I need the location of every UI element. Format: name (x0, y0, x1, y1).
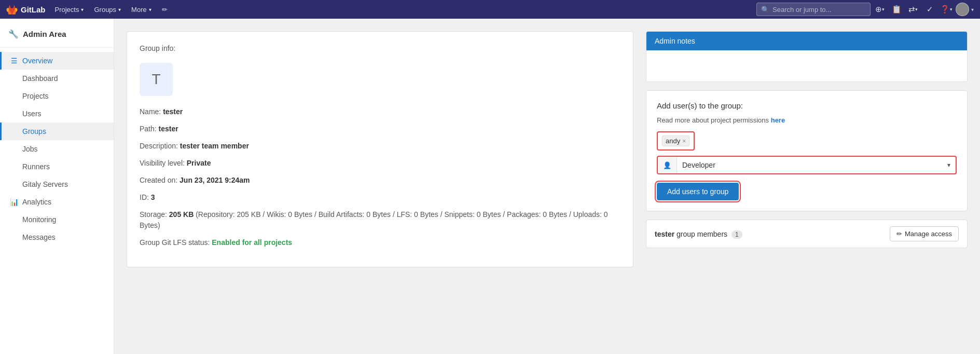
user-tag-text: andy (666, 137, 680, 145)
lfs-row: Group Git LFS status: Enabled for all pr… (140, 237, 620, 248)
admin-notes-header: Admin notes (646, 32, 967, 50)
top-navigation: GitLab Projects ▾ Groups ▾ More ▾ ✏ 🔍 Se… (0, 0, 980, 19)
name-row: Name: tester (140, 106, 620, 117)
sidebar-item-label: Overview (22, 57, 52, 65)
nav-projects-label: Projects (55, 6, 79, 13)
group-members-label: group members (677, 230, 727, 238)
name-value: tester (163, 107, 183, 116)
admin-notes-body[interactable] (646, 50, 967, 81)
sidebar-item-label: Analytics (22, 198, 51, 206)
storage-row: Storage: 205 KB (Repository: 205 KB / Wi… (140, 209, 620, 231)
chevron-down-icon: ▾ (149, 7, 151, 12)
sidebar-header-title: Admin Area (23, 30, 66, 38)
sidebar-item-label: Gitaly Servers (22, 180, 68, 188)
sidebar-item-runners[interactable]: Runners (0, 158, 114, 175)
add-users-title: Add user(s) to the group: (657, 101, 957, 110)
path-label: Path: (140, 125, 157, 133)
help-icon[interactable]: ❓▾ (939, 2, 954, 17)
chevron-down-icon: ▾ (81, 7, 84, 12)
lfs-label: Group Git LFS status: (140, 238, 210, 247)
group-members-text: tester group members 1 (655, 230, 742, 238)
search-bar[interactable]: 🔍 Search or jump to... (756, 3, 871, 16)
sidebar-item-projects[interactable]: Projects (0, 87, 114, 105)
sidebar-item-groups[interactable]: Groups (0, 122, 114, 140)
brand-text: GitLab (21, 5, 46, 14)
add-users-button[interactable]: Add users to group (657, 183, 739, 200)
chevron-down-icon: ▾ (118, 7, 121, 12)
visibility-label: Visibility level: (140, 159, 185, 167)
right-panel: Admin notes Add user(s) to the group: Re… (646, 31, 968, 248)
group-members-name: tester (655, 230, 674, 238)
avatar-chevron[interactable]: ▾ (971, 7, 974, 12)
sidebar-item-label: Dashboard (22, 74, 58, 83)
sidebar-item-analytics[interactable]: 📊 Analytics (0, 193, 114, 211)
sidebar-item-overview[interactable]: ☰ Overview (0, 52, 114, 70)
storage-value: 205 KB (169, 210, 194, 219)
todo-icon[interactable]: 📋 (889, 2, 904, 17)
nav-groups[interactable]: Groups ▾ (89, 0, 126, 19)
visibility-row: Visibility level: Private (140, 158, 620, 169)
id-row: ID: 3 (140, 192, 620, 203)
edit-icon: ✏ (896, 230, 902, 238)
brand-logo[interactable]: GitLab (6, 4, 46, 15)
role-icon: 👤 (658, 157, 677, 173)
manage-access-button[interactable]: ✏ Manage access (890, 226, 959, 241)
id-value: 3 (151, 193, 155, 201)
description-label: Description: (140, 142, 178, 150)
pencil-icon[interactable]: ✏ (157, 0, 173, 19)
visibility-value: Private (187, 159, 211, 167)
permissions-text: Read more about project permissions (657, 116, 769, 124)
sidebar-item-messages[interactable]: Messages (0, 228, 114, 246)
select-chevron-icon: ▾ (942, 161, 956, 169)
role-select[interactable]: Guest Reporter Developer Maintainer Owne… (677, 157, 942, 173)
nav-projects[interactable]: Projects ▾ (50, 0, 89, 19)
description-value: tester team member (180, 142, 249, 150)
nav-more[interactable]: More ▾ (126, 0, 157, 19)
sidebar-item-monitoring[interactable]: Monitoring (0, 211, 114, 228)
group-info-panel: Group info: T Name: tester Path: tester … (127, 31, 633, 267)
merge-request-icon[interactable]: ⇄▾ (906, 2, 920, 17)
sidebar-item-dashboard[interactable]: Dashboard (0, 70, 114, 87)
app-layout: 🔧 Admin Area ☰ Overview Dashboard Projec… (0, 19, 980, 354)
permissions-link[interactable]: here (771, 116, 785, 124)
group-members-count: 1 (731, 230, 742, 239)
sidebar-item-label: Jobs (22, 145, 38, 153)
group-members-bar: tester group members 1 ✏ Manage access (646, 220, 968, 248)
wrench-icon: 🔧 (8, 29, 19, 39)
add-users-panel: Add user(s) to the group: Read more abou… (646, 90, 968, 211)
storage-label: Storage: (140, 210, 167, 219)
name-label: Name: (140, 107, 161, 116)
sidebar-item-label: Runners (22, 162, 50, 171)
sidebar-item-label: Users (22, 110, 42, 118)
path-row: Path: tester (140, 124, 620, 134)
path-value: tester (159, 125, 178, 133)
issues-icon[interactable]: ✓ (922, 2, 937, 17)
sidebar-item-gitaly-servers[interactable]: Gitaly Servers (0, 175, 114, 193)
permissions-note: Read more about project permissions here (657, 116, 957, 124)
main-content: Group info: T Name: tester Path: tester … (114, 19, 980, 354)
user-tag-input[interactable]: andy × (657, 131, 695, 151)
user-tag-remove[interactable]: × (682, 138, 686, 145)
sidebar-item-jobs[interactable]: Jobs (0, 140, 114, 158)
avatar[interactable] (956, 3, 969, 16)
user-tag: andy × (662, 135, 689, 146)
id-label: ID: (140, 193, 149, 201)
sidebar: 🔧 Admin Area ☰ Overview Dashboard Projec… (0, 19, 114, 354)
lfs-value[interactable]: Enabled for all projects (212, 238, 292, 247)
created-row: Created on: Jun 23, 2021 9:24am (140, 175, 620, 186)
manage-access-label: Manage access (905, 230, 952, 238)
sidebar-item-label: Projects (22, 92, 49, 100)
search-icon: 🔍 (761, 6, 769, 13)
analytics-icon: 📊 (10, 198, 18, 206)
created-value: Jun 23, 2021 9:24am (180, 176, 250, 184)
new-item-button[interactable]: ⊕▾ (873, 2, 887, 17)
group-avatar: T (140, 63, 173, 96)
sidebar-item-label: Groups (22, 127, 46, 135)
sidebar-header: 🔧 Admin Area (0, 25, 114, 48)
search-placeholder: Search or jump to... (772, 6, 831, 13)
created-label: Created on: (140, 176, 177, 184)
role-select-wrapper: 👤 Guest Reporter Developer Maintainer Ow… (657, 156, 957, 174)
avatar-letter: T (151, 71, 160, 88)
sidebar-item-users[interactable]: Users (0, 105, 114, 122)
storage-detail: (Repository: 205 KB / Wikis: 0 Bytes / B… (140, 210, 608, 229)
